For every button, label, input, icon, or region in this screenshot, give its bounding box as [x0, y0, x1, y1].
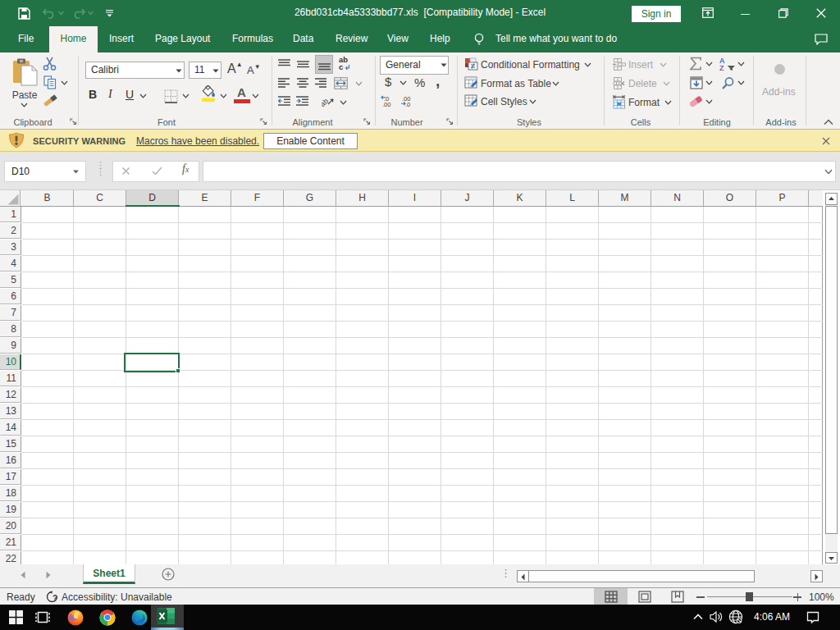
- svg-text:ab: ab: [322, 97, 330, 107]
- svg-text:.0: .0: [405, 101, 410, 107]
- svg-text:A: A: [719, 57, 725, 65]
- svg-text:c: c: [339, 62, 343, 71]
- svg-text:Z: Z: [719, 64, 724, 71]
- svg-text:?: ?: [52, 594, 57, 603]
- svg-text:.00: .00: [382, 101, 390, 107]
